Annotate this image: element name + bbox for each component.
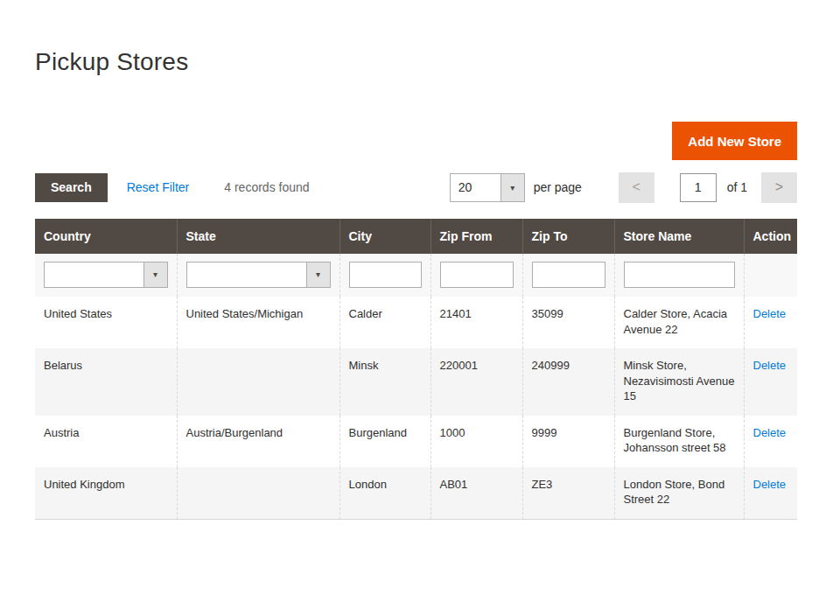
chevron-down-icon: ▾ <box>500 174 524 201</box>
chevron-down-icon: ▾ <box>306 262 330 287</box>
action-filter-cell <box>744 254 797 297</box>
cell-city: London <box>340 467 430 520</box>
cell-zip-to: ZE3 <box>522 467 614 520</box>
cell-country: United Kingdom <box>35 467 177 520</box>
cell-city: Calder <box>340 297 430 348</box>
cell-city: Burgenland <box>340 416 430 467</box>
cell-zip-from: 220001 <box>430 348 522 416</box>
chevron-right-icon: > <box>775 179 783 195</box>
delete-link[interactable]: Delete <box>753 478 787 491</box>
zip-to-filter-input[interactable] <box>532 262 606 288</box>
reset-filter-link[interactable]: Reset Filter <box>127 180 190 194</box>
total-pages-text: of 1 <box>727 180 747 194</box>
column-header-country[interactable]: Country <box>35 219 177 254</box>
page-title: Pickup Stores <box>35 48 797 76</box>
delete-link[interactable]: Delete <box>753 307 787 320</box>
stores-grid: Country State City Zip From Zip To Store… <box>35 219 797 520</box>
cell-country: Austria <box>35 416 177 467</box>
per-page-select-value: 20 <box>451 174 500 201</box>
cell-store-name: Burgenland Store, Johansson street 58 <box>614 416 744 467</box>
grid-toolbar: Search Reset Filter 4 records found 20 ▾… <box>35 172 797 203</box>
current-page-input[interactable] <box>680 173 717 202</box>
table-row: Austria Austria/Burgenland Burgenland 10… <box>35 416 797 467</box>
city-filter-input[interactable] <box>349 262 422 288</box>
search-button[interactable]: Search <box>35 173 108 202</box>
cell-zip-to: 35099 <box>522 297 614 348</box>
next-page-button[interactable]: > <box>761 172 797 203</box>
column-header-store-name[interactable]: Store Name <box>614 219 744 254</box>
column-header-zip-to[interactable]: Zip To <box>522 219 614 254</box>
grid-header-row: Country State City Zip From Zip To Store… <box>35 219 797 254</box>
per-page-label: per page <box>534 180 587 194</box>
delete-link[interactable]: Delete <box>753 426 787 439</box>
column-header-state[interactable]: State <box>177 219 340 254</box>
cell-store-name: Calder Store, Acacia Avenue 22 <box>614 297 744 348</box>
zip-from-filter-input[interactable] <box>440 262 514 288</box>
page-actions: Add New Store <box>35 122 797 160</box>
cell-store-name: Minsk Store, Nezavisimosti Avenue 15 <box>614 348 744 416</box>
cell-country: United States <box>35 297 177 348</box>
table-row: United States United States/Michigan Cal… <box>35 297 797 348</box>
add-new-store-button[interactable]: Add New Store <box>672 122 797 160</box>
table-row: Belarus Minsk 220001 240999 Minsk Store,… <box>35 348 797 416</box>
cell-state: United States/Michigan <box>177 297 340 348</box>
cell-zip-from: AB01 <box>430 467 522 520</box>
cell-country: Belarus <box>35 348 177 416</box>
cell-state: Austria/Burgenland <box>177 416 340 467</box>
chevron-down-icon: ▾ <box>144 262 167 287</box>
state-filter-select[interactable]: ▾ <box>186 262 331 288</box>
column-header-zip-from[interactable]: Zip From <box>430 219 522 254</box>
previous-page-button[interactable]: < <box>619 172 654 203</box>
records-found-text: 4 records found <box>224 180 309 194</box>
page-content: Pickup Stores Add New Store Search Reset… <box>35 48 797 520</box>
cell-zip-from: 1000 <box>430 416 522 467</box>
delete-link[interactable]: Delete <box>753 359 787 372</box>
cell-zip-from: 21401 <box>430 297 522 348</box>
cell-city: Minsk <box>340 348 430 416</box>
cell-store-name: London Store, Bond Street 22 <box>614 467 744 520</box>
column-header-action[interactable]: Action <box>744 219 797 254</box>
cell-zip-to: 240999 <box>522 348 614 416</box>
table-row: United Kingdom London AB01 ZE3 London St… <box>35 467 797 520</box>
chevron-left-icon: < <box>632 179 640 195</box>
store-name-filter-input[interactable] <box>624 262 735 288</box>
pager: 20 ▾ per page < of 1 > <box>450 172 797 203</box>
per-page-select[interactable]: 20 ▾ <box>450 173 525 202</box>
state-filter-value <box>187 262 306 287</box>
cell-state <box>177 467 340 520</box>
column-header-city[interactable]: City <box>340 219 430 254</box>
country-filter-value <box>45 262 144 287</box>
cell-zip-to: 9999 <box>522 416 614 467</box>
grid-filter-row: ▾ ▾ <box>35 254 797 297</box>
cell-state <box>177 348 340 416</box>
country-filter-select[interactable]: ▾ <box>44 262 168 288</box>
